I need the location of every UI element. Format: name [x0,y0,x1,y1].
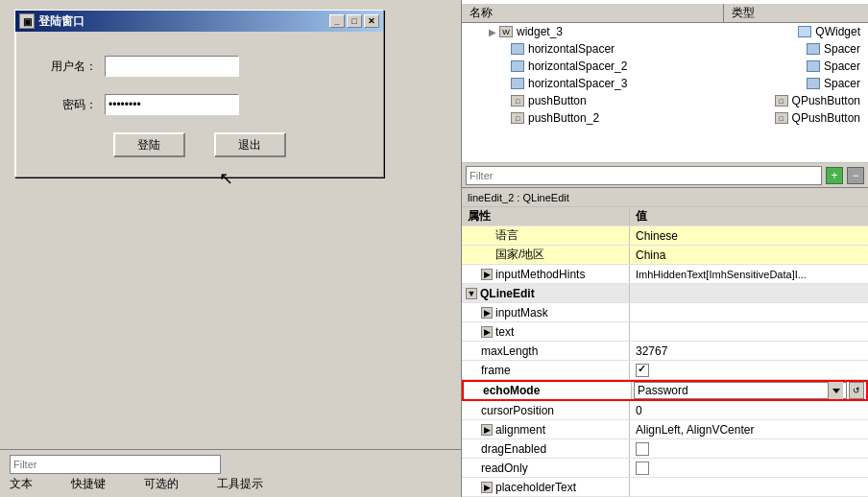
prop-value [630,322,868,341]
prop-row-cursorposition[interactable]: cursorPosition 0 [462,401,868,420]
tree-item-type: QPushButton [792,94,868,107]
bottom-tabs: 文本 快捷键 可选的 工具提示 [0,476,461,492]
prop-name: ▶ alignment [462,420,630,438]
tab-shortcut[interactable]: 快捷键 [71,476,106,492]
prop-row-placeholdertext[interactable]: ▶ placeholderText [462,478,868,497]
prop-row-maxlength[interactable]: maxLength 32767 [462,342,868,361]
properties-area: + − lineEdit_2 : QLineEdit 属性 值 语言 Chine… [462,163,868,497]
filter-input[interactable] [466,166,822,185]
button-icon: □ [510,94,525,107]
minimize-button[interactable]: _ [329,14,345,28]
tree-expand-arrow: ▶ [489,27,496,37]
prop-name: cursorPosition [462,401,630,419]
prop-name-group: ▼ QLineEdit [462,284,630,302]
prop-row-language[interactable]: 语言 Chinese [462,226,868,246]
prop-row-frame[interactable]: frame ✓ [462,361,868,380]
prop-name-echomode: echoMode [464,382,632,399]
dropdown-arrow[interactable] [828,382,843,399]
prop-row-dragenabled[interactable]: dragEnabled [462,439,868,459]
bottom-bar: 文本 快捷键 可选的 工具提示 [0,449,461,497]
frame-checkbox[interactable]: ✓ [636,364,649,377]
expand-icon[interactable]: ▶ [481,424,493,436]
prop-value: ✓ [630,361,868,379]
collapse-icon[interactable]: ▼ [466,288,477,299]
close-button[interactable]: ✕ [364,14,379,28]
prop-value-echomode: Password ↺ [632,382,866,399]
expand-icon[interactable]: ▶ [481,482,493,493]
login-button[interactable]: 登陆 [113,132,185,157]
prop-row-inputmask[interactable]: ▶ inputMask [462,303,868,322]
expand-icon[interactable]: ▶ [481,307,493,319]
tree-item-type: Spacer [824,59,868,73]
tree-area: 名称 类型 ▶ W widget_3 QWidget horizontalSpa… [462,0,868,163]
username-input[interactable] [105,56,239,77]
button-row: 登陆 退出 [44,132,354,157]
widget-icon: W [498,25,514,38]
prop-name: maxLength [462,342,630,360]
username-label: 用户名： [44,59,97,75]
tree-item-type: QWidget [815,25,868,38]
prop-col-header: 属性 值 [462,207,868,226]
prop-name: ▶ inputMask [462,303,630,321]
prop-row-qlineedit-group: ▼ QLineEdit [462,284,868,303]
prop-row-alignment[interactable]: ▶ alignment AlignLeft, AlignVCenter [462,420,868,439]
tree-item-name: horizontalSpacer [528,42,807,56]
prop-row-readonly[interactable]: readOnly [462,459,868,478]
echomode-dropdown[interactable]: Password [634,382,847,399]
window-icon: ▣ [19,13,35,29]
left-panel: ▣ 登陆窗口 _ □ ✕ 用户名： 密码： 登陆 退出 ↖ [0,0,461,497]
title-bar-text: ▣ 登陆窗口 [19,13,84,30]
tree-row[interactable]: ▶ W widget_3 QWidget [462,23,868,40]
prop-header: lineEdit_2 : QLineEdit [462,188,868,207]
prop-table: 语言 Chinese 国家/地区 China ▶ inputMethodHint… [462,226,868,497]
prop-row-inputmethodhints[interactable]: ▶ inputMethodHints ImhHiddenText[ImhSens… [462,265,868,284]
tree-row[interactable]: horizontalSpacer Spacer [462,40,868,58]
prop-header-text: lineEdit_2 : QLineEdit [468,192,569,203]
tree-col-name-header: 名称 [462,4,724,22]
prop-value-group [630,284,868,302]
prop-value: 32767 [630,342,868,360]
spacer-icon [510,77,525,90]
echomode-value: Password [638,384,688,397]
prop-value: 0 [630,401,868,419]
tree-row[interactable]: horizontalSpacer_3 Spacer [462,75,868,92]
title-bar: ▣ 登陆窗口 _ □ ✕ [15,11,383,32]
username-row: 用户名： [44,56,354,77]
prop-col-attr: 属性 [462,207,630,225]
prop-row-country[interactable]: 国家/地区 China [462,246,868,265]
tree-item-name: horizontalSpacer_2 [528,59,807,73]
tree-item-name: pushButton [528,94,775,107]
prop-name: ▶ text [462,322,630,341]
prop-name: ▶ inputMethodHints [462,265,630,283]
tree-item-type: QPushButton [792,111,868,125]
expand-icon[interactable]: ▶ [481,269,493,280]
add-filter-button[interactable]: + [826,167,843,184]
dragenabled-checkbox[interactable] [636,442,649,456]
password-input[interactable] [105,94,239,115]
tree-row[interactable]: □ pushButton □ QPushButton [462,92,868,109]
prop-value [630,478,868,496]
readonly-checkbox[interactable] [636,462,649,475]
echomode-reset-button[interactable]: ↺ [849,382,864,399]
restore-button[interactable]: □ [347,14,362,28]
tab-tooltip[interactable]: 工具提示 [217,476,263,492]
prop-col-value: 值 [630,207,868,225]
bottom-filter-input[interactable] [10,455,221,474]
tab-text[interactable]: 文本 [10,476,33,492]
prop-value: China [630,246,868,264]
tree-row[interactable]: horizontalSpacer_2 Spacer [462,58,868,75]
expand-icon[interactable]: ▶ [481,326,493,338]
prop-name: ▶ placeholderText [462,478,630,496]
exit-button[interactable]: 退出 [214,132,286,157]
tab-optional[interactable]: 可选的 [144,476,179,492]
tree-item-type: Spacer [824,42,868,56]
button-icon: □ [510,111,525,125]
tree-item-type: Spacer [824,77,868,90]
prop-value [630,439,868,458]
remove-filter-button[interactable]: − [847,167,864,184]
prop-row-text[interactable]: ▶ text [462,322,868,342]
tree-row[interactable]: □ pushButton_2 □ QPushButton [462,109,868,127]
login-window: ▣ 登陆窗口 _ □ ✕ 用户名： 密码： 登陆 退出 [14,10,384,178]
prop-row-echomode[interactable]: echoMode Password ↺ [462,380,868,401]
prop-value: AlignLeft, AlignVCenter [630,420,868,438]
